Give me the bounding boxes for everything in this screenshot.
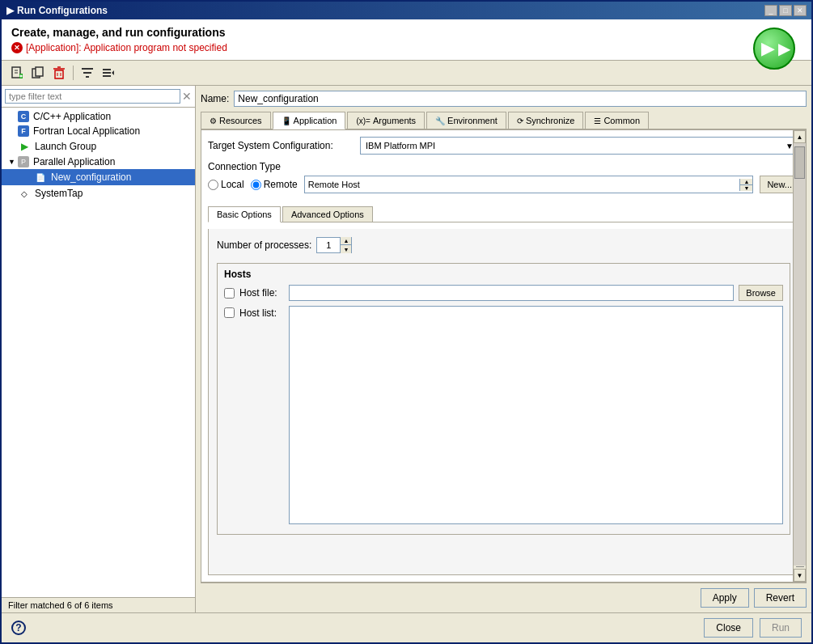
application-tab-label: Application [294,116,337,125]
tree-item-launch-group[interactable]: ▶ Launch Group [2,138,195,155]
tab-application[interactable]: 📱 Application [273,112,346,129]
inner-tab-basic[interactable]: Basic Options [208,206,281,222]
footer-buttons: Close Run [704,618,802,638]
processes-spinner-btns: ▲ ▼ [340,237,351,253]
close-button[interactable]: ✕ [794,5,807,16]
common-tab-label: Common [603,116,640,125]
systemtap-icon: ◇ [18,187,31,200]
parallel-icon: P [18,156,29,167]
scroll-up-arrow[interactable]: ▲ [794,130,806,143]
tree-item-systemtap[interactable]: ◇ SystemTap [2,185,195,201]
delete-button[interactable] [50,64,68,82]
svg-rect-16 [103,69,111,70]
svg-rect-15 [86,76,89,78]
remote-radio[interactable] [251,180,261,190]
tree-item-cc-app[interactable]: C C/C++ Application [2,109,195,124]
scroll-track [794,143,806,566]
processes-spin-up[interactable]: ▲ [340,237,351,245]
parallel-toggle[interactable]: ▼ [8,158,15,166]
processes-row: Number of processes: ▲ ▼ [217,237,790,253]
host-list-label: Host list: [239,307,284,319]
filter-input[interactable] [5,89,180,104]
target-system-label: Target System Configuration: [208,140,354,151]
tab-environment[interactable]: 🔧 Environment [426,112,506,129]
local-radio[interactable] [208,180,218,190]
close-button[interactable]: Close [704,618,753,638]
fortran-label: Fortran Local Application [33,125,140,137]
num-processes-input[interactable] [317,239,340,251]
target-system-dropdown[interactable]: IBM Platform MPI ▼ [360,137,799,155]
synchronize-tab-label: Synchronize [526,116,575,125]
run-button-footer[interactable]: Run [760,618,802,638]
view-menu-button[interactable] [100,64,117,82]
footer-bar: ? Close Run [2,612,811,642]
host-list-area[interactable] [289,306,783,524]
minimize-button[interactable]: _ [764,5,777,16]
run-button-header[interactable]: ▶ [753,28,795,70]
svg-rect-7 [36,67,43,76]
tab-synchronize[interactable]: ⟳ Synchronize [508,112,584,129]
num-processes-spinner[interactable]: ▲ ▼ [316,237,352,253]
new-config-button[interactable] [8,64,26,82]
connection-type-label: Connection Type [208,161,799,172]
toolbar-separator-1 [73,66,74,80]
filter-button[interactable] [78,64,96,82]
hosts-group-title: Hosts [224,269,783,280]
processes-spin-down[interactable]: ▼ [340,245,351,253]
duplicate-button[interactable] [29,64,47,82]
svg-rect-13 [82,68,93,70]
host-list-checkbox[interactable] [224,307,235,318]
tree-item-parallel-app[interactable]: ▼ P Parallel Application [2,155,195,169]
tabs-bar: ⚙ Resources 📱 Application (x)= Arguments… [201,112,807,129]
header-title: Create, manage, and run configurations [11,26,802,39]
name-row: Name: [201,91,807,107]
tab-arguments[interactable]: (x)= Arguments [347,112,425,129]
toolbar [2,61,811,86]
arguments-tab-icon: (x)= [356,117,371,125]
vertical-scrollbar[interactable]: ▲ ▼ [793,130,806,582]
filter-bar: ✕ [2,86,195,108]
resources-tab-icon: ⚙ [210,117,217,125]
remote-radio-option: Remote [251,179,298,190]
error-message: [Application]: Application program not s… [26,42,227,53]
title-bar-text: ▶ Run Configurations [6,5,108,16]
browse-button[interactable]: Browse [739,285,783,301]
common-tab-icon: ☰ [594,117,601,125]
name-label: Name: [201,93,229,104]
name-input[interactable] [234,91,807,107]
host-file-input[interactable] [289,285,734,301]
inner-panel: Number of processes: ▲ ▼ Hosts [208,229,799,575]
window-title: Run Configurations [17,5,108,16]
resources-tab-label: Resources [219,116,262,125]
clear-filter-button[interactable]: ✕ [182,90,192,103]
inner-tab-advanced[interactable]: Advanced Options [282,206,373,222]
spinner-down-icon[interactable]: ▼ [740,185,752,191]
remote-label: Remote [264,179,298,190]
sidebar-status: Filter matched 6 of 6 items [2,597,195,612]
header-area: Create, manage, and run configurations ✕… [2,19,811,61]
host-file-checkbox[interactable] [224,288,235,299]
header-error: ✕ [Application]: Application program not… [11,42,802,53]
arguments-tab-label: Arguments [373,116,416,125]
tab-common[interactable]: ☰ Common [585,112,649,129]
remote-host-dropdown[interactable]: Remote Host ▲ ▼ [304,176,754,193]
maximize-button[interactable]: □ [779,5,792,16]
scroll-down-arrow[interactable]: ▼ [794,569,806,582]
spinner-up-icon[interactable]: ▲ [740,179,752,185]
tab-resources[interactable]: ⚙ Resources [201,112,271,129]
scroll-thumb[interactable] [794,146,805,179]
environment-tab-label: Environment [447,116,498,125]
tree-item-new-config[interactable]: 📄 New_configuration [2,169,195,185]
remote-host-spinner[interactable]: ▲ ▼ [739,179,752,191]
connection-type-row: Local Remote Remote Host ▲ ▼ [208,176,799,193]
revert-button[interactable]: Revert [754,588,807,608]
host-list-row: Host list: [224,306,783,524]
cc-label: C/C++ Application [33,111,111,122]
apply-button[interactable]: Apply [701,588,749,608]
help-button[interactable]: ? [11,621,26,635]
synchronize-tab-icon: ⟳ [517,117,523,125]
parallel-label: Parallel Application [33,156,115,167]
launch-icon: ▶ [18,140,31,153]
tree-item-fortran-app[interactable]: F Fortran Local Application [2,124,195,138]
systemtap-label: SystemTap [35,188,83,199]
